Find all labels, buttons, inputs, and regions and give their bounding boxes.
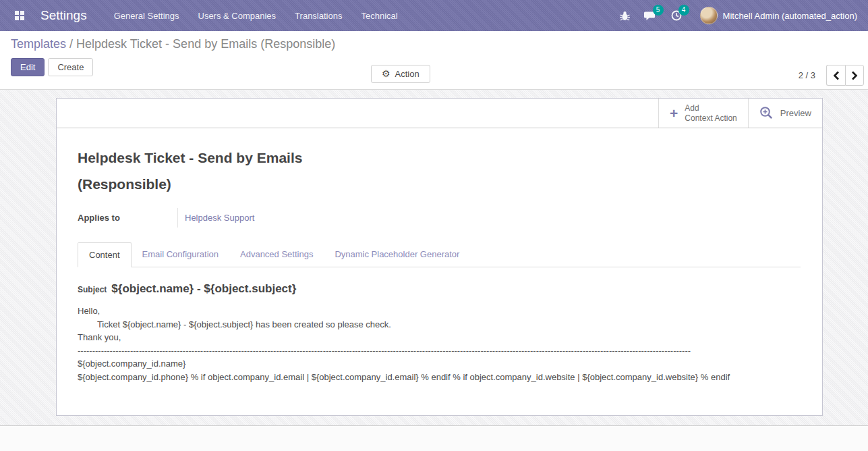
applies-to-label: Applies to	[78, 213, 177, 223]
subject-label: Subject	[78, 285, 107, 294]
subject-field: Subject ${object.name} - ${object.subjec…	[78, 282, 801, 296]
add-context-action-button[interactable]: + Add Context Action	[658, 99, 748, 128]
messages-menu[interactable]: 5	[639, 0, 662, 31]
form-statusbar: + Add Context Action Preview	[57, 99, 822, 128]
pager-previous-button[interactable]	[826, 65, 845, 86]
tab-email-configuration[interactable]: Email Configuration	[132, 242, 229, 267]
body-company-name: ${object.company_id.name}	[78, 357, 801, 371]
grid-icon	[15, 11, 24, 20]
menu-users-companies[interactable]: Users & Companies	[189, 0, 286, 31]
menu-general-settings[interactable]: General Settings	[105, 0, 189, 31]
menu-translations[interactable]: Translations	[285, 0, 351, 31]
control-panel: Templates / Helpdesk Ticket - Send by Em…	[0, 31, 868, 90]
pager-value: 2 / 3	[799, 70, 815, 80]
breadcrumb-templates-link[interactable]: Templates	[11, 37, 66, 51]
pager: 2 / 3	[799, 65, 864, 86]
edit-button[interactable]: Edit	[11, 58, 45, 76]
plus-icon: +	[670, 107, 678, 120]
top-navbar: Settings General Settings Users & Compan…	[0, 0, 868, 31]
apps-menu-icon[interactable]	[8, 4, 31, 27]
body-separator-dashes: ----------------------------------------…	[78, 344, 801, 358]
body-company-info: ${object.company_id.phone} % if object.c…	[78, 371, 801, 384]
breadcrumb-separator: /	[66, 37, 76, 51]
bug-icon	[619, 10, 631, 22]
body-thanks: Thank you,	[78, 331, 801, 344]
content-area: + Add Context Action Preview Helpdesk Ti…	[0, 90, 868, 426]
tab-content[interactable]: Content	[78, 242, 132, 267]
preview-button[interactable]: Preview	[748, 99, 822, 128]
menu-technical[interactable]: Technical	[351, 0, 407, 31]
activities-count-badge: 4	[678, 5, 689, 16]
footer-strip	[0, 426, 868, 450]
applies-to-model-link[interactable]: Helpdesk Support	[185, 213, 254, 223]
applies-to-value: Helpdesk Support	[177, 208, 254, 228]
form-body: Helpdesk Ticket - Send by Emails (Respon…	[57, 128, 822, 383]
messages-count-badge: 5	[653, 5, 664, 16]
preview-button-label: Preview	[780, 108, 811, 118]
app-title: Settings	[40, 8, 87, 23]
user-avatar[interactable]	[700, 7, 718, 24]
record-title: Helpdesk Ticket - Send by Emails (Respon…	[78, 144, 307, 197]
create-button[interactable]: Create	[48, 58, 93, 76]
subject-value: ${object.name} - ${object.subject}	[111, 282, 296, 296]
navbar-right: 5 4 Mitchell Admin (automated_action)	[611, 0, 860, 31]
button-row: Edit Create	[11, 58, 868, 76]
chevron-left-icon	[833, 71, 840, 80]
breadcrumb-current: Helpdesk Ticket - Send by Emails (Respon…	[76, 37, 335, 51]
main-menu: General Settings Users & Companies Trans…	[105, 0, 407, 31]
action-button[interactable]: ⚙ Action	[371, 65, 430, 83]
breadcrumb: Templates / Helpdesk Ticket - Send by Em…	[11, 37, 868, 51]
tab-dynamic-placeholder-generator[interactable]: Dynamic Placeholder Generator	[324, 242, 470, 267]
email-body-content: Hello, Ticket ${object.name} - ${object.…	[78, 304, 801, 383]
body-ticket-line: Ticket ${object.name} - ${object.subject…	[78, 318, 801, 331]
notebook-tabs: Content Email Configuration Advanced Set…	[78, 242, 801, 267]
action-button-label: Action	[395, 69, 419, 79]
activities-menu[interactable]: 4	[665, 0, 688, 31]
applies-to-field: Applies to Helpdesk Support	[78, 208, 801, 228]
body-greeting: Hello,	[78, 304, 801, 318]
gear-icon: ⚙	[382, 70, 390, 78]
zoom-plus-icon	[759, 106, 774, 120]
add-context-action-line1: Add	[685, 103, 699, 113]
add-context-action-line2: Context Action	[685, 113, 736, 123]
tab-advanced-settings[interactable]: Advanced Settings	[229, 242, 324, 267]
chevron-right-icon	[851, 71, 858, 80]
debug-bug-icon[interactable]	[614, 0, 637, 31]
pager-next-button[interactable]	[845, 65, 864, 86]
form-sheet: + Add Context Action Preview Helpdesk Ti…	[56, 98, 823, 416]
user-menu[interactable]: Mitchell Admin (automated_action)	[723, 11, 860, 21]
